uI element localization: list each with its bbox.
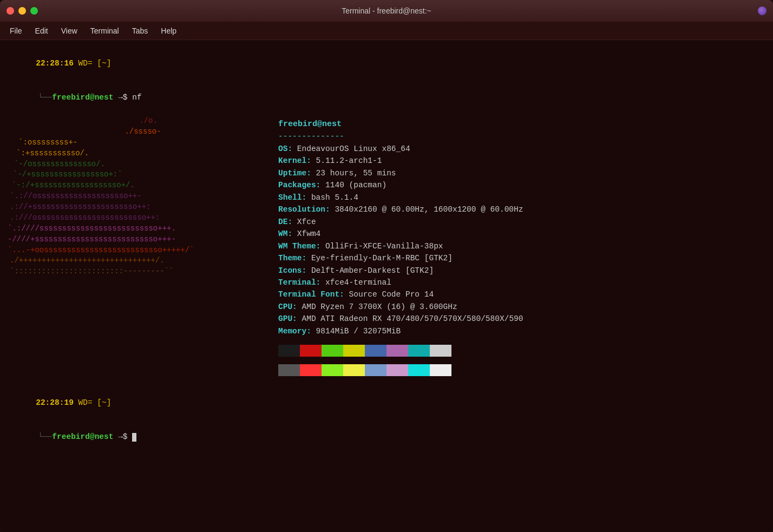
terminal-body[interactable]: 22:28:16 WD= [~] └──freebird@nest →$ nf … bbox=[0, 40, 773, 532]
color-swatches-2 bbox=[278, 364, 765, 376]
info-shell: Shell: bash 5.1.4 bbox=[278, 192, 765, 203]
prompt-arrow-2: →$ bbox=[113, 432, 132, 441]
command-1: nf bbox=[132, 93, 141, 102]
profile-icon bbox=[758, 6, 767, 15]
swatch-4 bbox=[343, 345, 365, 357]
art-line-3: `:ossssssss+- bbox=[8, 137, 257, 148]
menubar: File Edit View Terminal Tabs Help bbox=[0, 22, 773, 40]
swatch-1 bbox=[278, 345, 300, 357]
info-wm-theme: WM Theme: OlliFri-XFCE-Vanilla-38px bbox=[278, 240, 765, 252]
art-line-12: -////+sssssssssssssssssssssssssso+++- bbox=[8, 234, 257, 245]
art-line-9: .://+sssssssssssssssssssssso++: bbox=[8, 202, 257, 213]
swatch-16 bbox=[430, 364, 451, 376]
art-line-4: `:+sssssssssso/. bbox=[8, 148, 257, 159]
info-gpu: GPU: AMD ATI Radeon RX 470/480/570/570X/… bbox=[278, 313, 765, 325]
minimize-button[interactable] bbox=[18, 7, 26, 15]
neofetch-output: ./o. ./sssso- `:ossssssss+- `:+sssssssss… bbox=[8, 116, 765, 376]
swatch-6 bbox=[386, 345, 408, 357]
prompt-user-2: freebird@nest bbox=[52, 432, 113, 441]
prompt-wd-1: WD= [~] bbox=[78, 59, 112, 68]
info-resolution: Resolution: 3840x2160 @ 60.00Hz, 1600x12… bbox=[278, 203, 765, 215]
command-line-1: └──freebird@nest →$ nf bbox=[8, 81, 765, 115]
prompt-line-1: 22:28:16 WD= [~] bbox=[8, 47, 765, 81]
info-icons: Icons: Delft-Amber-Darkest [GTK2] bbox=[278, 265, 765, 277]
window-controls bbox=[6, 7, 38, 15]
info-kernel: Kernel: 5.11.2-arch1-1 bbox=[278, 155, 765, 167]
menu-file[interactable]: File bbox=[4, 24, 28, 37]
terminal-window: Terminal - freebird@nest:~ File Edit Vie… bbox=[0, 0, 773, 532]
username-display: freebird@nest bbox=[278, 118, 765, 130]
menu-help[interactable]: Help bbox=[155, 24, 182, 37]
menu-tabs[interactable]: Tabs bbox=[127, 24, 154, 37]
art-line-1: ./o. bbox=[8, 116, 257, 127]
swatch-9 bbox=[278, 364, 300, 376]
info-packages: Packages: 1140 (pacman) bbox=[278, 179, 765, 191]
info-os: OS: EndeavourOS Linux x86_64 bbox=[278, 143, 765, 155]
art-line-2: ./sssso- bbox=[8, 127, 257, 137]
swatch-8 bbox=[430, 345, 451, 357]
art-line-10: .:///ossssssssssssssssssssssso++: bbox=[8, 213, 257, 224]
swatch-7 bbox=[408, 345, 430, 357]
swatch-13 bbox=[365, 364, 386, 376]
prompt-user-1: freebird@nest bbox=[52, 93, 113, 102]
maximize-button[interactable] bbox=[30, 7, 38, 15]
info-terminal: Terminal: xfce4-terminal bbox=[278, 277, 765, 288]
info-uptime: Uptime: 23 hours, 55 mins bbox=[278, 167, 765, 179]
art-line-8: `.://ossssssssssssssssssso++- bbox=[8, 191, 257, 202]
art-line-5: `-/ossssssssssssso/. bbox=[8, 159, 257, 170]
swatch-5 bbox=[365, 345, 386, 357]
window-title: Terminal - freebird@nest:~ bbox=[342, 6, 431, 15]
info-wm: WM: Xfwm4 bbox=[278, 228, 765, 240]
info-column: freebird@nest -------------- OS: Endeavo… bbox=[278, 116, 765, 376]
art-line-7: `-:/+sssssssssssssssssso+/. bbox=[8, 180, 257, 191]
prompt-line-2: 22:28:19 WD= [~] bbox=[8, 386, 765, 420]
prompt-time-2: 22:28:19 bbox=[36, 398, 78, 407]
swatch-12 bbox=[343, 364, 365, 376]
info-cpu: CPU: AMD Ryzen 7 3700X (16) @ 3.600GHz bbox=[278, 301, 765, 313]
prompt-arrow-1: →$ bbox=[113, 93, 132, 102]
menu-terminal[interactable]: Terminal bbox=[85, 24, 125, 37]
prompt-time-1: 22:28:16 bbox=[36, 59, 78, 68]
command-line-2[interactable]: └──freebird@nest →$ bbox=[8, 420, 765, 454]
swatch-14 bbox=[386, 364, 408, 376]
swatch-3 bbox=[322, 345, 343, 357]
info-terminal-font: Terminal Font: Source Code Pro 14 bbox=[278, 288, 765, 300]
menu-view[interactable]: View bbox=[56, 24, 83, 37]
swatch-11 bbox=[322, 364, 343, 376]
swatch-2 bbox=[300, 345, 322, 357]
separator: -------------- bbox=[278, 130, 765, 142]
close-button[interactable] bbox=[6, 7, 14, 15]
swatch-15 bbox=[408, 364, 430, 376]
art-line-13: `...-+oossssssssssssssssssssssssso+++++/… bbox=[8, 245, 257, 256]
art-line-14: ./++++++++++++++++++++++++++++++/. bbox=[8, 255, 257, 266]
art-line-15: `::::::::::::::::::::::::---------`` bbox=[8, 266, 257, 277]
titlebar: Terminal - freebird@nest:~ bbox=[0, 0, 773, 22]
art-line-11: `.:////ssssssssssssssssssssssssso+++. bbox=[8, 224, 257, 234]
info-theme: Theme: Eye-friendly-Dark-M-RBC [GTK2] bbox=[278, 252, 765, 264]
art-line-6: `-/+sssssssssssssssso+:` bbox=[8, 169, 257, 180]
prompt-wd-2: WD= [~] bbox=[78, 398, 112, 407]
info-memory: Memory: 9814MiB / 32075MiB bbox=[278, 325, 765, 337]
info-de: DE: Xfce bbox=[278, 216, 765, 228]
cursor bbox=[132, 433, 136, 442]
art-column: ./o. ./sssso- `:ossssssss+- `:+sssssssss… bbox=[8, 116, 257, 376]
color-swatches bbox=[278, 345, 765, 357]
menu-edit[interactable]: Edit bbox=[30, 24, 54, 37]
swatch-10 bbox=[300, 364, 322, 376]
